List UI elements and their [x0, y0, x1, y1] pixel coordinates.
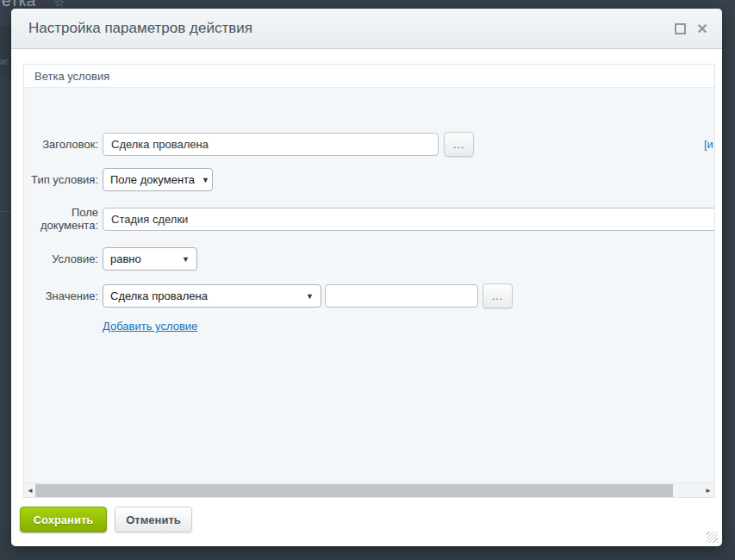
title-input[interactable] [103, 133, 439, 156]
operator-label: Условие: [24, 252, 98, 265]
panel-header: Ветка условия [24, 65, 714, 88]
operator-value: равно [110, 252, 141, 265]
add-condition-link[interactable]: Добавить условие [103, 320, 197, 333]
add-condition-row: Добавить условие [24, 320, 714, 333]
background-divider [0, 211, 11, 212]
chevron-down-icon: ▼ [182, 255, 190, 264]
operator-row: Условие: равно ▼ [24, 247, 714, 271]
value-row: Значение: Сделка провалена ▼ ... [24, 283, 714, 308]
action-settings-dialog: Настройка параметров действия ✕ Ветка ус… [11, 9, 722, 546]
value-label: Значение: [24, 289, 98, 302]
cancel-button[interactable]: Отменить [115, 507, 192, 532]
value-input[interactable] [325, 284, 478, 308]
value-select-value: Сделка провалена [110, 289, 208, 302]
maximize-button[interactable] [670, 9, 689, 49]
condition-type-label: Тип условия: [24, 173, 98, 186]
chevron-down-icon: ▼ [202, 176, 209, 184]
condition-type-row: Тип условия: Поле документа ▼ [24, 168, 714, 191]
document-field-label: Поле документа: [24, 206, 98, 232]
scroll-left-icon[interactable]: ◄ [24, 483, 36, 498]
chevron-down-icon: ▼ [306, 292, 314, 301]
title-more-button[interactable]: ... [444, 132, 474, 157]
scrollbar-thumb[interactable] [35, 484, 673, 497]
horizontal-scrollbar[interactable]: ◄ ► [24, 482, 714, 497]
condition-type-value: Поле документа [110, 173, 195, 186]
panel-header-label: Ветка условия [34, 70, 109, 83]
condition-branch-panel: Ветка условия [и Заголовок: ... Тип усло… [23, 64, 715, 498]
dialog-titlebar: Настройка параметров действия [11, 9, 722, 49]
close-icon: ✕ [696, 22, 707, 36]
scroll-right-icon[interactable]: ► [702, 483, 714, 498]
background-left-block [0, 26, 11, 78]
document-field-input[interactable] [103, 208, 715, 231]
value-select[interactable]: Сделка провалена ▼ [103, 284, 321, 308]
operator-select[interactable]: равно ▼ [103, 247, 197, 271]
background-left-text-fragment: ис [0, 57, 9, 66]
close-button[interactable]: ✕ [693, 9, 712, 49]
value-more-button[interactable]: ... [483, 283, 513, 308]
title-label: Заголовок: [24, 138, 98, 151]
condition-type-select[interactable]: Поле документа ▼ [103, 168, 213, 191]
resize-grip-icon[interactable] [707, 532, 718, 543]
title-row: Заголовок: ... [24, 132, 714, 157]
dialog-title: Настройка параметров действия [28, 20, 252, 37]
maximize-icon [675, 23, 686, 34]
document-field-row: Поле документа: [24, 206, 714, 232]
save-button[interactable]: Сохранить [20, 507, 107, 532]
